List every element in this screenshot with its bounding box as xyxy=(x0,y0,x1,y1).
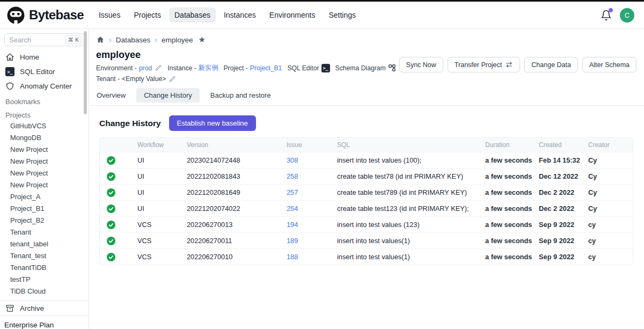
avatar[interactable]: C xyxy=(620,8,634,23)
shield-icon xyxy=(5,82,14,91)
breadcrumb-databases[interactable]: Databases xyxy=(116,36,151,44)
project-item-new-project[interactable]: New Project xyxy=(0,156,89,167)
row-issue: 258 xyxy=(280,169,331,185)
schema-diagram-icon xyxy=(388,64,396,72)
project-item-mongodb[interactable]: MongoDB xyxy=(0,132,89,144)
column-header-creator: Creator xyxy=(582,138,633,152)
column-header-status xyxy=(100,138,131,152)
sidebar-item-home[interactable]: Home xyxy=(0,50,89,64)
project-item-tenant[interactable]: Tenant xyxy=(0,226,89,238)
row-sql: insert into test values(1) xyxy=(331,233,479,249)
instance-link[interactable]: 新实例 xyxy=(199,63,218,72)
row-issue: 194 xyxy=(280,217,331,233)
breadcrumb-employee[interactable]: employee xyxy=(162,36,193,44)
success-check-icon xyxy=(107,172,115,181)
success-check-icon xyxy=(107,204,115,213)
row-duration: a few seconds xyxy=(479,233,532,249)
table-row: VCS202206270010188insert into test value… xyxy=(100,249,633,265)
alter-schema-button[interactable]: Alter Schema xyxy=(582,57,636,72)
row-sql: insert into test values (100); xyxy=(331,152,479,169)
row-creator: cy xyxy=(582,249,633,265)
issue-link[interactable]: 308 xyxy=(287,156,298,164)
success-check-icon xyxy=(107,221,115,229)
project-item-new-project[interactable]: New Project xyxy=(0,144,89,156)
row-status xyxy=(100,152,131,169)
meta-project: Project - Project_B1 xyxy=(223,63,282,72)
issue-link[interactable]: 257 xyxy=(287,188,298,196)
search-shortcut-badge: ⌘ K xyxy=(65,35,82,44)
sidebar-section-projects[interactable]: Projects xyxy=(0,107,89,120)
issue-link[interactable]: 194 xyxy=(287,221,298,229)
sidebar-item-anomaly-center[interactable]: Anomaly Center xyxy=(0,79,89,93)
sidebar: Search ⌘ K Home >_ SQL Editor Anomaly Ce… xyxy=(0,29,89,329)
project-item-new-project[interactable]: New Project xyxy=(0,167,89,179)
nav-item-projects[interactable]: Projects xyxy=(128,8,166,23)
project-item-project-b1[interactable]: Project_B1 xyxy=(0,203,89,215)
notifications-button[interactable] xyxy=(601,10,612,21)
project-item-project-b2[interactable]: Project_B2 xyxy=(0,215,89,226)
row-creator: cy xyxy=(582,233,633,249)
brand-logo[interactable]: Bytebase xyxy=(6,6,84,25)
table-row: UI20230214072448308insert into test valu… xyxy=(100,152,633,169)
sidebar-scrollbar[interactable] xyxy=(84,31,87,114)
sql-editor-link[interactable]: SQL Editor >_ xyxy=(287,63,330,72)
edit-pencil-icon[interactable] xyxy=(169,76,176,83)
transfer-project-button[interactable]: Transfer Project xyxy=(448,57,520,72)
project-item-githubvcs[interactable]: GitHubVCS xyxy=(0,120,89,132)
pen-icon xyxy=(155,64,162,71)
project-item-testtp[interactable]: testTP xyxy=(0,274,89,286)
row-version: 202206270011 xyxy=(180,233,280,249)
row-status xyxy=(100,201,131,217)
table-header-row: WorkflowVersionIssueSQLDurationCreatedCr… xyxy=(100,138,633,152)
row-created: Sep 9 2022 xyxy=(532,233,582,249)
home-icon xyxy=(5,53,14,62)
sidebar-item-sql-editor[interactable]: >_ SQL Editor xyxy=(0,64,89,79)
row-creator: Cy xyxy=(582,201,633,217)
project-link[interactable]: Project_B1 xyxy=(250,64,282,72)
project-item-tidb-cloud[interactable]: TiDB Cloud xyxy=(0,286,89,297)
project-item-tenant-test[interactable]: Tenant_test xyxy=(0,250,89,262)
issue-link[interactable]: 188 xyxy=(287,253,298,261)
transfer-icon xyxy=(505,61,513,69)
table-row: UI20221202081649257create table test789 … xyxy=(100,185,633,201)
row-workflow: VCS xyxy=(131,249,180,265)
sync-now-button[interactable]: Sync Now xyxy=(399,57,443,72)
row-sql: insert into test values (123) xyxy=(331,217,479,233)
change-data-button[interactable]: Change Data xyxy=(524,57,578,72)
row-duration: a few seconds xyxy=(479,201,532,217)
nav-item-databases[interactable]: Databases xyxy=(169,8,216,23)
search-placeholder: Search xyxy=(9,36,65,44)
project-item-project-a[interactable]: Project_A xyxy=(0,191,89,203)
tab-backup-and-restore[interactable]: Backup and restore xyxy=(210,88,271,103)
column-header-created: Created xyxy=(532,138,582,152)
row-duration: a few seconds xyxy=(479,185,532,201)
row-status xyxy=(100,233,131,249)
tab-overview[interactable]: Overview xyxy=(97,88,126,103)
favorite-star-icon[interactable]: ★ xyxy=(198,35,205,45)
project-item-new-project[interactable]: New Project xyxy=(0,179,89,191)
meta-instance: Instance - 新实例 xyxy=(167,63,218,72)
issue-link[interactable]: 189 xyxy=(287,237,298,245)
plan-label[interactable]: Enterprise Plan xyxy=(0,316,89,329)
issue-link[interactable]: 258 xyxy=(287,172,298,180)
establish-baseline-button[interactable]: Establish new baseline xyxy=(169,115,256,131)
search-input[interactable]: Search ⌘ K xyxy=(4,33,84,46)
nav-item-instances[interactable]: Instances xyxy=(218,8,261,23)
table-row: VCS202206270013194insert into test value… xyxy=(100,217,633,233)
nav-item-settings[interactable]: Settings xyxy=(323,8,361,23)
environment-label: Environment - xyxy=(96,64,137,72)
nav-item-issues[interactable]: Issues xyxy=(93,8,126,23)
home-breadcrumb-icon[interactable] xyxy=(96,35,105,44)
row-version: 20221202074022 xyxy=(180,201,280,217)
project-item-tenanttidb[interactable]: TenantTiDB xyxy=(0,262,89,274)
issue-link[interactable]: 254 xyxy=(287,204,298,213)
schema-diagram-link[interactable]: Schema Diagram xyxy=(335,63,396,72)
nav-item-environments[interactable]: Environments xyxy=(264,8,321,23)
notification-dot xyxy=(609,8,613,12)
sidebar-section-bookmarks[interactable]: Bookmarks xyxy=(0,93,89,107)
tab-change-history[interactable]: Change History xyxy=(136,88,200,103)
sidebar-item-archive[interactable]: Archive xyxy=(0,301,89,316)
project-item-tenant-label[interactable]: tenant_label xyxy=(0,238,89,250)
environment-link[interactable]: prod xyxy=(139,64,152,72)
row-creator: cy xyxy=(582,217,633,233)
